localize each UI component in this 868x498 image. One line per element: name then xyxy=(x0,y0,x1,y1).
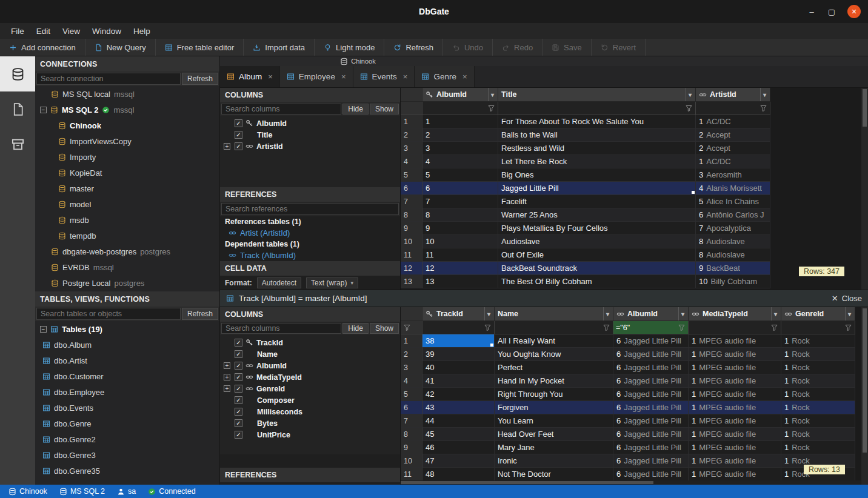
table-item-dbo-events[interactable]: dbo.Events xyxy=(35,400,219,416)
album-cell[interactable]: 2 xyxy=(422,128,498,142)
expand-icon[interactable]: + xyxy=(224,143,230,150)
horizontal-scrollbar[interactable] xyxy=(401,480,861,485)
status-ms-sql-2[interactable]: MS SQL 2 xyxy=(53,487,111,496)
connection-item-dbgate-web-postgres[interactable]: dbgate-web-postgrespostgres xyxy=(35,244,219,259)
track-cell[interactable]: 6Jagged Little Pill xyxy=(613,348,689,361)
search-references-input[interactable] xyxy=(221,203,399,215)
album-cell[interactable]: 10 xyxy=(422,235,498,248)
refresh-connections-button[interactable]: Refresh xyxy=(182,73,218,85)
format-autodetect-select[interactable]: Autodetect xyxy=(257,277,301,288)
track-column-header-trackid[interactable]: TrackId▾ xyxy=(422,307,495,321)
expand-icon[interactable]: + xyxy=(224,374,230,380)
album-column-artistid[interactable]: +✓ArtistId xyxy=(220,141,400,152)
track-cell[interactable]: 1MPEG audio file xyxy=(689,441,781,454)
search-columns-input[interactable] xyxy=(221,104,341,115)
checkbox-checked[interactable]: ✓ xyxy=(235,373,242,381)
row-number[interactable]: 13 xyxy=(401,275,422,288)
close-tab-icon[interactable]: × xyxy=(403,72,408,81)
album-cell[interactable]: Let There Be Rock xyxy=(498,155,696,168)
track-cell[interactable]: 1MPEG audio file xyxy=(689,428,781,441)
row-number[interactable]: 8 xyxy=(401,428,422,441)
row-number[interactable]: 5 xyxy=(401,168,422,182)
album-cell[interactable]: 5 xyxy=(422,168,498,182)
checkbox-checked[interactable]: ✓ xyxy=(235,431,242,439)
menu-view[interactable]: View xyxy=(56,25,86,38)
track-cell[interactable]: 6Jagged Little Pill xyxy=(613,388,689,401)
toolbar-new-query-button[interactable]: New Query xyxy=(85,39,156,56)
tab-genre[interactable]: Genre× xyxy=(415,66,474,87)
expand-icon[interactable]: + xyxy=(224,385,230,392)
track-cell[interactable]: Ironic xyxy=(495,454,613,468)
track-cell[interactable]: Mary Jane xyxy=(495,441,613,454)
close-tab-icon[interactable]: × xyxy=(462,72,467,81)
album-cell[interactable]: Big Ones xyxy=(498,168,696,182)
toolbar-save-button[interactable]: Save xyxy=(542,39,592,56)
track-cell[interactable]: 1Rock xyxy=(781,414,855,428)
status-chinook[interactable]: Chinook xyxy=(2,487,53,496)
maximize-button[interactable]: ▢ xyxy=(827,7,836,16)
track-cell[interactable]: 1Rock xyxy=(781,441,855,454)
chevron-down-icon[interactable]: ▾ xyxy=(771,307,780,320)
track-cell[interactable]: 40 xyxy=(422,361,495,374)
minimize-button[interactable]: – xyxy=(807,7,816,16)
row-number[interactable]: 8 xyxy=(401,208,422,222)
table-item-dbo-album[interactable]: dbo.Album xyxy=(35,337,219,353)
album-column-albumid[interactable]: ✓AlbumId xyxy=(220,118,400,129)
album-cell[interactable]: 3 xyxy=(422,142,498,155)
database-item-importviewscopy[interactable]: ImportViewsCopy xyxy=(35,133,219,149)
album-filter-title[interactable] xyxy=(498,102,696,115)
track-cell[interactable]: 6Jagged Little Pill xyxy=(613,454,689,468)
track-column-mediatypeid[interactable]: +✓MediaTypeId xyxy=(220,371,400,383)
track-cell[interactable]: 1MPEG audio file xyxy=(689,401,781,414)
connection-item-evrdb[interactable]: EVRDBmssql xyxy=(35,259,219,275)
track-filter-name[interactable] xyxy=(495,321,613,334)
track-cell[interactable]: 1Rock xyxy=(781,401,855,414)
toolbar-redo-button[interactable]: Redo xyxy=(493,39,542,56)
tab-employee[interactable]: Employee× xyxy=(280,66,353,87)
album-cell[interactable]: The Best Of Billy Cobham xyxy=(498,275,696,288)
database-item-master[interactable]: master xyxy=(35,181,219,196)
album-cell[interactable]: 3Aerosmith xyxy=(696,168,770,182)
track-filter-corner[interactable] xyxy=(401,321,422,334)
album-cell[interactable]: 4 xyxy=(422,155,498,168)
tab-album[interactable]: Album× xyxy=(220,66,280,87)
row-number[interactable]: 4 xyxy=(401,155,422,168)
track-cell[interactable]: 6Jagged Little Pill xyxy=(613,414,689,428)
track-cell[interactable]: All I Really Want xyxy=(495,334,613,348)
album-cell[interactable]: 8Audioslave xyxy=(696,248,770,262)
toolbar-light-mode-button[interactable]: Light mode xyxy=(315,39,384,56)
track-cell[interactable]: 6Jagged Little Pill xyxy=(613,361,689,374)
row-number[interactable]: 3 xyxy=(401,361,422,374)
track-cell[interactable]: Perfect xyxy=(495,361,613,374)
track-cell[interactable]: 45 xyxy=(422,428,495,441)
tables-group[interactable]: −Tables (19) xyxy=(35,321,219,337)
menu-window[interactable]: Window xyxy=(86,25,127,38)
expand-icon[interactable]: + xyxy=(224,362,230,369)
track-grid-corner[interactable] xyxy=(401,307,422,321)
track-filter-trackid[interactable] xyxy=(422,321,495,334)
track-cell[interactable]: 1Rock xyxy=(781,388,855,401)
archive-nav-icon[interactable] xyxy=(0,127,35,162)
close-reference-button[interactable]: ✕ Close xyxy=(832,294,862,303)
row-number[interactable]: 9 xyxy=(401,441,422,454)
album-cell[interactable]: 12 xyxy=(422,262,498,275)
album-cell[interactable]: 7Apocalyptica xyxy=(696,222,770,235)
track-cell[interactable]: 1MPEG audio file xyxy=(689,468,781,481)
connection-item-ms-sql-local[interactable]: MS SQL localmssql xyxy=(35,86,219,102)
show-columns-button[interactable]: Show xyxy=(370,323,399,334)
hide-columns-button[interactable]: Hide xyxy=(342,323,369,334)
album-cell[interactable]: 4Alanis Morissett xyxy=(696,182,770,195)
toolbar-undo-button[interactable]: Undo xyxy=(443,39,493,56)
vertical-scrollbar[interactable] xyxy=(861,88,868,290)
toolbar-add-connection-button[interactable]: Add connection xyxy=(0,39,85,56)
reference-link-track-albumid[interactable]: Track (AlbumId) xyxy=(220,249,400,261)
table-item-dbo-genre35[interactable]: dbo.Genre35 xyxy=(35,463,219,479)
track-cell[interactable]: 1Rock xyxy=(781,334,855,348)
track-cell[interactable]: 6Jagged Little Pill xyxy=(613,334,689,348)
chevron-down-icon[interactable]: ▾ xyxy=(678,307,687,320)
album-cell[interactable]: For Those About To Rock We Salute You xyxy=(498,115,696,128)
track-cell[interactable]: Not The Doctor xyxy=(495,468,613,481)
chevron-down-icon[interactable]: ▾ xyxy=(845,307,853,320)
track-filter-mediatypeid[interactable] xyxy=(689,321,781,334)
checkbox-checked[interactable]: ✓ xyxy=(235,408,242,416)
